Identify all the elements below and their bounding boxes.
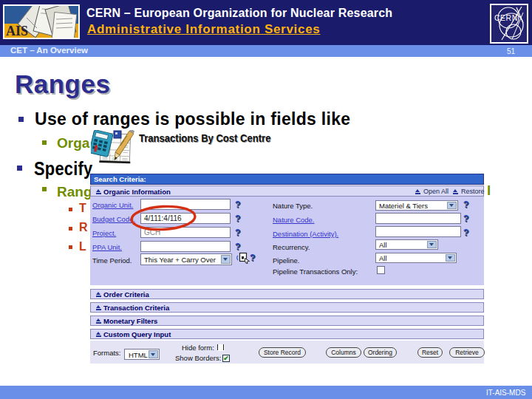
svg-text:AIS: AIS: [6, 24, 28, 38]
svg-text:CERN: CERN: [494, 13, 518, 22]
